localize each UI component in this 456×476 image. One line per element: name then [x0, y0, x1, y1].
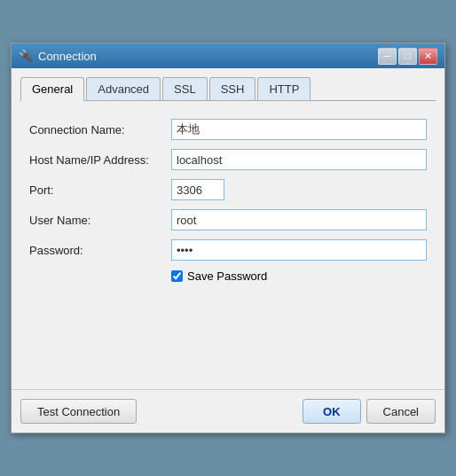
- close-button[interactable]: ✕: [419, 48, 437, 65]
- window-title: Connection: [38, 50, 97, 63]
- tab-advanced[interactable]: Advanced: [86, 77, 161, 100]
- save-password-checkbox[interactable]: [171, 270, 183, 282]
- window-icon: 🔌: [19, 49, 33, 63]
- password-input[interactable]: [171, 239, 427, 261]
- save-password-row: Save Password: [171, 269, 427, 283]
- connection-name-row: Connection Name:: [29, 119, 427, 140]
- title-buttons: ─ □ ✕: [378, 48, 437, 65]
- minimize-button[interactable]: ─: [378, 48, 397, 65]
- port-input[interactable]: [171, 179, 224, 200]
- test-connection-button[interactable]: Test Connection: [20, 399, 137, 424]
- window-content: General Advanced SSL SSH HTTP Connection…: [12, 68, 444, 300]
- username-label: User Name:: [29, 214, 171, 227]
- tab-ssl[interactable]: SSL: [162, 77, 208, 100]
- title-bar: 🔌 Connection ─ □ ✕: [12, 43, 444, 68]
- cancel-button[interactable]: Cancel: [366, 399, 436, 424]
- connection-name-input[interactable]: [171, 119, 427, 140]
- tab-http[interactable]: HTTP: [257, 77, 311, 100]
- save-password-label: Save Password: [187, 269, 267, 283]
- username-row: User Name:: [29, 209, 427, 230]
- username-input[interactable]: [171, 209, 427, 230]
- password-row: Password:: [29, 239, 427, 261]
- host-label: Host Name/IP Address:: [29, 153, 171, 167]
- bottom-bar: Test Connection OK Cancel: [12, 389, 444, 433]
- title-bar-left: 🔌 Connection: [19, 49, 97, 63]
- tab-ssh[interactable]: SSH: [209, 77, 256, 100]
- form-area: Connection Name: Host Name/IP Address: P…: [20, 112, 436, 283]
- tab-general[interactable]: General: [20, 77, 84, 101]
- ok-cancel-group: OK Cancel: [303, 399, 436, 424]
- port-label: Port:: [29, 183, 171, 197]
- port-row: Port:: [29, 179, 427, 200]
- maximize-button[interactable]: □: [398, 48, 417, 65]
- password-label: Password:: [29, 244, 171, 257]
- connection-name-label: Connection Name:: [29, 123, 171, 137]
- tab-bar: General Advanced SSL SSH HTTP: [20, 77, 436, 101]
- connection-window: 🔌 Connection ─ □ ✕ General Advanced SSL …: [11, 43, 445, 433]
- ok-button[interactable]: OK: [303, 399, 361, 424]
- host-input[interactable]: [171, 149, 427, 170]
- host-row: Host Name/IP Address:: [29, 149, 427, 170]
